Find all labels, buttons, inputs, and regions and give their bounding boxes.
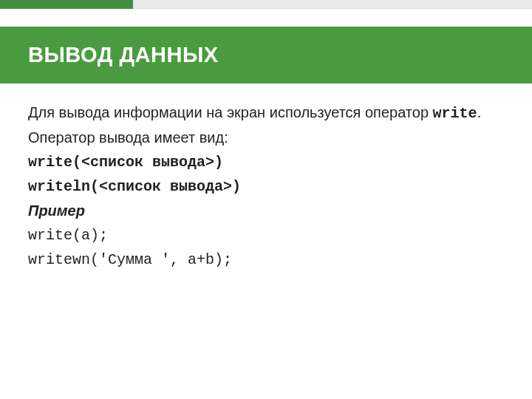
intro-paragraph: Для вывода информации на экран используе… xyxy=(28,101,494,125)
example-code-2: writewn('Сумма ', a+b); xyxy=(28,248,494,271)
intro-text-1: Для вывода информации на экран используе… xyxy=(28,104,433,120)
accent-segment-gray xyxy=(133,0,266,9)
slide-title: ВЫВОД ДАННЫХ xyxy=(28,43,504,67)
intro-text-2: . xyxy=(477,104,482,120)
slide-body: Для вывода информации на экран используе… xyxy=(0,83,532,271)
example-label: Пример xyxy=(28,200,494,222)
example-code-1: write(a); xyxy=(28,224,494,247)
accent-segment-green xyxy=(0,0,133,9)
syntax-write: write(<список вывода>) xyxy=(28,151,494,174)
top-accent-bar xyxy=(0,0,532,9)
accent-segment-gray xyxy=(266,0,399,9)
accent-segment-gray xyxy=(399,0,532,9)
operator-form-label: Оператор вывода имеет вид: xyxy=(28,126,494,149)
slide-header: ВЫВОД ДАННЫХ xyxy=(0,27,532,83)
syntax-writeln: writeln(<список вывода>) xyxy=(28,175,494,198)
intro-code-write: write xyxy=(433,105,477,122)
